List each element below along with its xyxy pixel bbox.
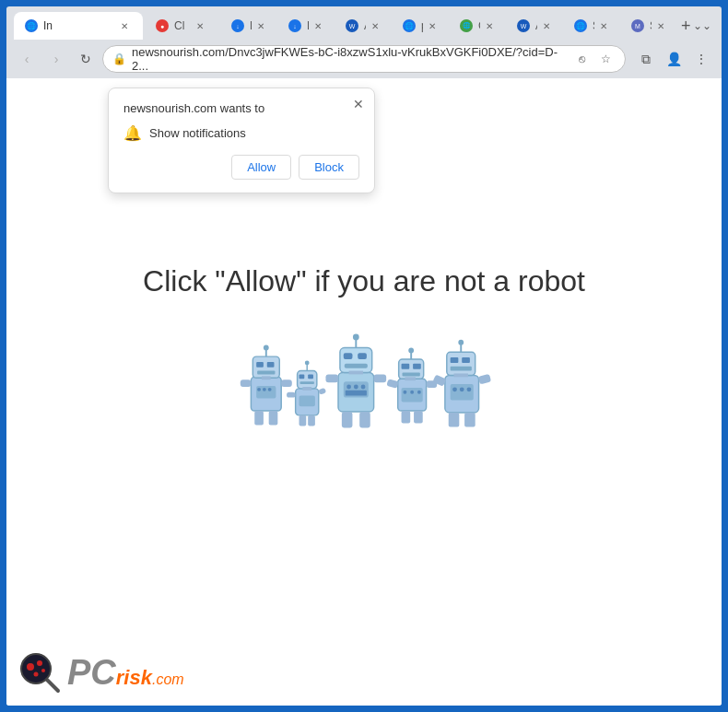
svg-point-44 (361, 385, 366, 390)
svg-point-19 (305, 360, 310, 365)
pcrisk-text: PC risk .com (67, 655, 184, 690)
menu-button[interactable]: ⋮ (688, 46, 714, 72)
pcrisk-watermark: PC risk .com (18, 650, 184, 694)
tab-label-8: A (535, 19, 537, 32)
forward-button[interactable]: › (43, 46, 69, 72)
tab-5[interactable]: W A ✕ (335, 12, 390, 40)
tab-label-10: Si (650, 19, 652, 32)
tab-icon-1: 🌐 (25, 19, 38, 32)
address-actions: ⎋ ☆ (571, 49, 616, 69)
tab-icon-8: W (517, 19, 530, 32)
svg-point-43 (354, 385, 358, 390)
popup-close-button[interactable]: ✕ (350, 96, 367, 112)
svg-point-49 (408, 347, 414, 353)
svg-rect-67 (462, 357, 470, 363)
svg-rect-55 (414, 411, 423, 424)
back-button[interactable]: ‹ (14, 46, 40, 72)
block-button[interactable]: Block (299, 155, 359, 180)
tab-label-2: Cl (174, 19, 184, 32)
tab-label-6: p (421, 19, 423, 32)
svg-rect-63 (447, 352, 476, 375)
tab-close-8[interactable]: ✕ (543, 18, 550, 33)
svg-rect-51 (413, 364, 421, 369)
svg-rect-66 (451, 357, 459, 363)
tab-10[interactable]: M Si ✕ (620, 12, 675, 40)
svg-rect-37 (342, 412, 353, 427)
address-text: newsnourish.com/Dnvc3jwFKWEs-bC-i8xzwS1x… (132, 45, 566, 73)
svg-rect-22 (299, 381, 313, 384)
svg-point-82 (41, 669, 45, 672)
tab-9[interactable]: 🌐 Si ✕ (563, 12, 618, 40)
allow-button[interactable]: Allow (231, 155, 291, 180)
tab-close-1[interactable]: ✕ (117, 18, 132, 33)
svg-rect-52 (403, 373, 420, 377)
bookmark-button[interactable]: ☆ (595, 49, 616, 69)
svg-rect-11 (281, 379, 292, 387)
tab-icon-3: ↓ (231, 19, 244, 32)
svg-point-61 (417, 391, 421, 394)
tab-6[interactable]: 🌐 p ✕ (392, 12, 447, 40)
robots-illustration (235, 326, 493, 446)
tab-close-4[interactable]: ✕ (314, 18, 322, 33)
risk-label: risk (116, 666, 152, 690)
lock-icon: 🔒 (112, 53, 126, 65)
svg-rect-71 (464, 413, 476, 426)
svg-point-59 (403, 391, 406, 394)
svg-rect-7 (262, 376, 271, 379)
svg-rect-30 (340, 347, 372, 372)
tab-active[interactable]: 🌐 In ✕ (14, 12, 143, 40)
svg-rect-24 (299, 415, 307, 426)
svg-point-76 (460, 387, 464, 391)
tab-label-4: D (307, 19, 309, 32)
svg-rect-69 (454, 373, 468, 377)
tab-2[interactable]: ● Cl ✕ (145, 12, 218, 40)
svg-rect-53 (405, 377, 416, 380)
tab-close-3[interactable]: ✕ (257, 18, 264, 33)
tab-close-9[interactable]: ✕ (600, 18, 607, 33)
tab-close-2[interactable]: ✕ (193, 18, 207, 33)
tab-close-6[interactable]: ✕ (429, 18, 436, 33)
svg-line-83 (47, 680, 58, 691)
minimize-button[interactable]: — (722, 18, 724, 33)
tab-icon-2: ● (156, 19, 169, 32)
svg-rect-36 (349, 371, 363, 375)
popup-permission: 🔔 Show notifications (123, 124, 359, 142)
tab-label-3: D (250, 19, 252, 32)
svg-rect-45 (346, 391, 367, 396)
svg-rect-33 (344, 353, 353, 359)
svg-rect-73 (478, 374, 491, 385)
svg-rect-5 (267, 362, 275, 368)
svg-rect-50 (402, 364, 410, 369)
tab-close-5[interactable]: ✕ (371, 18, 379, 33)
svg-rect-26 (287, 392, 296, 398)
tab-4[interactable]: ↓ D ✕ (277, 12, 333, 40)
address-bar[interactable]: 🔒 newsnourish.com/Dnvc3jwFKWEs-bC-i8xzwS… (102, 45, 626, 73)
tab-close-7[interactable]: ✕ (486, 18, 493, 33)
svg-rect-68 (451, 367, 472, 371)
tab-label-9: Si (593, 19, 594, 32)
tab-7[interactable]: 🌐 C ✕ (449, 12, 504, 40)
nav-icons: ⧉ 👤 ⋮ (633, 46, 714, 72)
svg-point-60 (410, 391, 414, 394)
svg-rect-25 (308, 415, 315, 426)
reload-button[interactable]: ↻ (73, 46, 99, 72)
share-button[interactable]: ⎋ (571, 49, 592, 69)
svg-rect-20 (299, 374, 305, 379)
tab-close-10[interactable]: ✕ (657, 18, 664, 33)
tab-8[interactable]: W A ✕ (506, 12, 561, 40)
page-main-text: Click "Allow" if you are not a robot (143, 264, 585, 298)
svg-point-65 (458, 340, 464, 345)
tab-icon-9: 🌐 (574, 19, 587, 32)
extensions-button[interactable]: ⧉ (633, 46, 659, 72)
svg-rect-70 (449, 413, 460, 426)
tab-3[interactable]: ↓ D ✕ (220, 12, 276, 40)
svg-point-32 (353, 334, 359, 341)
browser-window: 🌐 In ✕ ● Cl ✕ ↓ D ✕ ↓ D ✕ W A ✕ 🌐 p ✕ (4, 4, 724, 708)
popup-permission-text: Show notifications (149, 126, 246, 140)
svg-rect-54 (402, 411, 411, 424)
tab-label-1: In (43, 19, 53, 32)
tab-icon-10: M (631, 19, 644, 32)
profile-button[interactable]: 👤 (661, 46, 687, 72)
svg-rect-74 (451, 384, 474, 400)
new-tab-button[interactable]: + (681, 13, 691, 39)
